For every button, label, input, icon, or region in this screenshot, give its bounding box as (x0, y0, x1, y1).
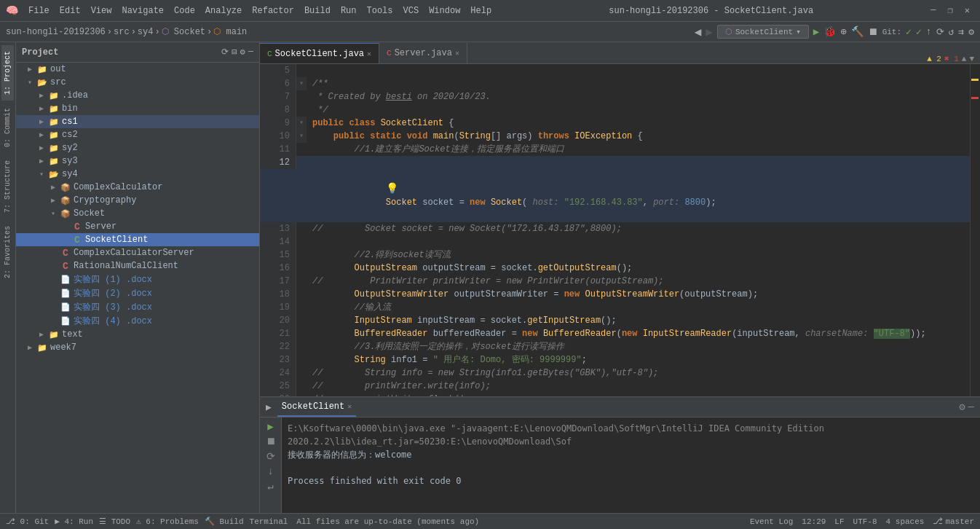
sync-icon[interactable]: ⟳ (221, 47, 229, 58)
code-content[interactable]: 5 6 ▾ /** 7 * Created by besti o (260, 64, 970, 396)
menu-refactor[interactable]: Refactor (248, 4, 299, 17)
tree-item-server[interactable]: C Server (16, 220, 259, 233)
panel-header-actions[interactable]: ⟳ ⊟ ⚙ — (221, 47, 253, 58)
tree-item-complex-calc-server[interactable]: C ComplexCalculatorServer (16, 246, 259, 259)
code-line-8[interactable]: 8 */ (260, 103, 970, 117)
code-line-18[interactable]: 18 OutputStreamWriter outputStreamWriter… (260, 288, 970, 301)
nav-actions[interactable]: ◀ ▶ ⬡ SocketClient ▾ ▶ 🐞 ⊕ 🔨 ⏹ Git: ✓ ✓ … (695, 25, 974, 39)
code-line-20[interactable]: 20 InputStream inputStream = socket.getI… (260, 314, 970, 327)
tree-item-cs2[interactable]: ▶ 📁 cs2 (16, 128, 259, 141)
tree-item-socket-client[interactable]: C SocketClient (16, 233, 259, 246)
run-config-selector[interactable]: ⬡ SocketClient ▾ (717, 25, 809, 39)
tab-socket-client[interactable]: C SocketClient.java ✕ (260, 43, 379, 63)
tree-item-docx1[interactable]: 📄 实验四 (1) .docx (16, 273, 259, 286)
code-line-21[interactable]: 21 BufferedReader bufferedReader = new B… (260, 327, 970, 340)
code-line-16[interactable]: 16 OutputStream outputStream = socket.ge… (260, 262, 970, 275)
build-button[interactable]: 🔨 (851, 26, 864, 38)
tab-close-button[interactable]: ✕ (367, 50, 371, 58)
run-status[interactable]: ▶ 4: Run (55, 517, 93, 526)
code-line-17[interactable]: 17 // PrintWriter printWriter = new Prin… (260, 275, 970, 288)
breadcrumb[interactable]: sun-hongli-20192306 › src › sy4 › ⬡ Sock… (6, 26, 247, 37)
run-actions[interactable]: ⚙ — (959, 401, 974, 413)
code-line-7[interactable]: 7 * Created by besti on 2020/10/23. (260, 90, 970, 103)
git-history-icon[interactable]: ⟳ (936, 26, 944, 38)
coverage-button[interactable]: ⊕ (840, 26, 846, 38)
tree-item-docx4[interactable]: 📄 实验四 (4) .docx (16, 314, 259, 328)
code-line-15[interactable]: 15 //2.得到socket读写流 (260, 248, 970, 262)
terminal-status[interactable]: Terminal (250, 517, 288, 526)
tab-structure[interactable]: 7: Structure (1, 154, 14, 219)
git-revert-icon[interactable]: ↺ (949, 26, 955, 38)
chevron-down-icon[interactable]: ▼ (969, 55, 974, 63)
code-line-5[interactable]: 5 (260, 64, 970, 77)
tab-favorites[interactable]: 2: Favorites (1, 220, 14, 284)
git-status[interactable]: ⎇ 0: Git (6, 517, 49, 526)
tree-item-cs1[interactable]: ▶ 📁 cs1 (16, 115, 259, 128)
run-settings-icon[interactable]: ⚙ (959, 401, 965, 413)
run-scroll-end-button[interactable]: ↓ (267, 466, 273, 477)
todo-status[interactable]: ☰ TODO (99, 517, 130, 526)
minimize-button[interactable]: — (926, 4, 940, 17)
tree-item-sy3[interactable]: ▶ 📁 sy3 (16, 154, 259, 168)
menu-window[interactable]: Window (424, 4, 465, 17)
chevron-up-icon[interactable]: ▲ (962, 55, 967, 63)
menu-view[interactable]: View (87, 4, 116, 17)
code-line-19[interactable]: 19 //输入流 (260, 301, 970, 314)
run-minimize-icon[interactable]: — (968, 401, 974, 413)
stop-button[interactable]: ⏹ (868, 26, 878, 38)
git-shelf-icon[interactable]: ⇉ (958, 26, 964, 38)
menu-bar[interactable]: File Edit View Navigate Code Analyze Ref… (24, 4, 496, 17)
run-tab-socket-client[interactable]: SocketClient ✕ (277, 397, 356, 417)
build-status[interactable]: 🔨 Build (205, 517, 244, 526)
event-log-status[interactable]: Event Log (750, 517, 793, 526)
menu-run[interactable]: Run (336, 4, 361, 17)
cursor-position[interactable]: 12:29 (802, 517, 826, 526)
code-line-13[interactable]: 13 // Socket socket = new Socket("172.16… (260, 222, 970, 235)
run-tab-close-button[interactable]: ✕ (347, 402, 352, 411)
tree-item-rational-num-client[interactable]: C RationalNumCalClient (16, 259, 259, 273)
menu-code[interactable]: Code (170, 4, 199, 17)
git-update-icon[interactable]: ↑ (926, 26, 932, 37)
tab-project[interactable]: 1: Project (1, 45, 14, 101)
tree-item-bin[interactable]: ▶ 📁 bin (16, 102, 259, 115)
run-stop-button[interactable]: ⏹ (266, 436, 276, 447)
tree-item-complex-calc[interactable]: ▶ 📦 ComplexCalculator (16, 181, 259, 194)
run-play-button[interactable]: ▶ (267, 420, 273, 433)
menu-edit[interactable]: Edit (55, 4, 85, 17)
git-branch[interactable]: ⎇ master (933, 516, 974, 527)
tab-close-button[interactable]: ✕ (455, 49, 459, 58)
menu-build[interactable]: Build (300, 4, 335, 17)
run-rerun-button[interactable]: ⟳ (266, 450, 275, 463)
tree-item-socket[interactable]: ▾ 📦 Socket (16, 207, 259, 220)
code-line-12[interactable]: 12 💡 Socket socket = new Socket( host: "… (260, 156, 970, 222)
tree-item-week7[interactable]: ▶ 📁 week7 (16, 341, 259, 354)
fold-indicator[interactable]: ▾ (296, 77, 307, 90)
forward-button[interactable]: ▶ (706, 25, 713, 39)
code-line-10[interactable]: 10 ▾ public static void main(String[] ar… (260, 130, 970, 143)
problems-status[interactable]: ⚠ 6: Problems (136, 517, 199, 526)
fold-indicator[interactable]: ▾ (296, 130, 307, 143)
fold-indicator[interactable]: ▾ (296, 117, 307, 130)
menu-navigate[interactable]: Navigate (117, 4, 168, 17)
tree-item-src[interactable]: ▾ 📂 src (16, 76, 259, 89)
menu-analyze[interactable]: Analyze (201, 4, 246, 17)
code-line-11[interactable]: 11 //1.建立客户端Socket连接，指定服务器位置和端口 (260, 143, 970, 156)
run-button[interactable]: ▶ (813, 26, 819, 38)
code-line-6[interactable]: 6 ▾ /** (260, 77, 970, 90)
window-controls[interactable]: — ❐ ✕ (926, 4, 974, 17)
git-settings-icon[interactable]: ⚙ (968, 26, 974, 38)
tree-item-text[interactable]: ▶ 📁 text (16, 328, 259, 341)
tab-commit[interactable]: 0: Commit (1, 102, 14, 153)
breadcrumb-src[interactable]: src (114, 27, 130, 37)
code-line-24[interactable]: 24 // String info = new String(info1.get… (260, 367, 970, 380)
maximize-button[interactable]: ❐ (944, 4, 957, 17)
menu-vcs[interactable]: VCS (399, 4, 424, 17)
breadcrumb-package[interactable]: sy4 (138, 27, 154, 37)
tree-item-out[interactable]: ▶ 📁 out (16, 63, 259, 76)
debug-button[interactable]: 🐞 (823, 26, 836, 38)
back-button[interactable]: ◀ (695, 25, 702, 39)
encoding[interactable]: UTF-8 (853, 517, 877, 526)
code-line-9[interactable]: 9 ▾ public class SocketClient { (260, 117, 970, 130)
menu-file[interactable]: File (24, 4, 54, 17)
settings-icon[interactable]: ⚙ (240, 47, 245, 58)
